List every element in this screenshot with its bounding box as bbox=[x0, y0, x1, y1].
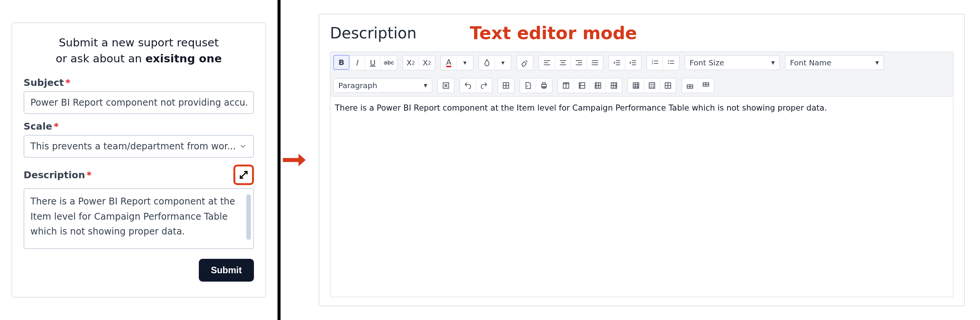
support-form-card: Submit a new suport requset or ask about… bbox=[11, 22, 266, 298]
table-merge-button[interactable] bbox=[628, 78, 644, 93]
ordered-list-button[interactable]: 12 bbox=[647, 56, 663, 70]
editor-content[interactable]: There is a Power BI Report component at … bbox=[330, 97, 953, 297]
fullscreen-button[interactable] bbox=[438, 78, 454, 93]
table-icon bbox=[502, 81, 510, 90]
undo-icon bbox=[464, 81, 472, 90]
heading-line2a: or ask about an bbox=[56, 52, 145, 65]
insert-pdf-button[interactable]: A bbox=[520, 78, 536, 93]
align-justify-button[interactable] bbox=[587, 56, 603, 70]
italic-button[interactable]: I bbox=[349, 56, 365, 70]
outdent-button[interactable] bbox=[625, 56, 641, 70]
print-icon bbox=[540, 81, 548, 90]
svg-rect-37 bbox=[542, 83, 545, 85]
insert-table-button[interactable] bbox=[498, 78, 514, 93]
align-left-button[interactable] bbox=[539, 56, 555, 70]
expand-editor-button[interactable] bbox=[234, 164, 254, 185]
svg-text:2: 2 bbox=[651, 62, 653, 65]
vertical-divider bbox=[277, 0, 280, 320]
table-row-icon bbox=[562, 81, 570, 90]
required-mark: * bbox=[87, 169, 92, 180]
required-mark: * bbox=[65, 77, 70, 88]
subject-input[interactable] bbox=[24, 91, 254, 114]
indent-button[interactable] bbox=[609, 56, 625, 70]
clear-format-button[interactable] bbox=[517, 56, 533, 70]
svg-point-26 bbox=[668, 63, 669, 64]
redo-icon bbox=[480, 81, 488, 90]
table-insert-col-right-button[interactable] bbox=[606, 78, 622, 93]
outdent-icon bbox=[629, 59, 637, 67]
eraser-icon bbox=[521, 59, 529, 67]
heading-line2b: exisitng one bbox=[145, 52, 222, 65]
align-center-icon bbox=[559, 59, 567, 67]
svg-rect-58 bbox=[649, 83, 655, 89]
superscript-button[interactable]: X2 bbox=[419, 56, 435, 70]
svg-marker-2 bbox=[298, 154, 305, 166]
table-insert-col-left-button[interactable] bbox=[590, 78, 606, 93]
insert-row-below-button[interactable] bbox=[698, 78, 714, 93]
table-col-left-icon bbox=[594, 81, 602, 90]
undo-button[interactable] bbox=[460, 78, 476, 93]
editor-card: Description Text editor mode B I U abc X… bbox=[318, 14, 965, 306]
table-split-button[interactable] bbox=[644, 78, 660, 93]
insert-row-above-button[interactable] bbox=[682, 78, 698, 93]
row-below-icon bbox=[702, 81, 710, 90]
fullscreen-icon bbox=[442, 81, 450, 90]
redo-button[interactable] bbox=[476, 78, 492, 93]
table-header-row-button[interactable] bbox=[558, 78, 574, 93]
description-label: Description * bbox=[24, 169, 92, 180]
list-ul-icon bbox=[667, 59, 675, 67]
drop-icon bbox=[483, 59, 491, 67]
arrow-right-icon bbox=[282, 149, 305, 171]
print-button[interactable] bbox=[536, 78, 552, 93]
heading-line1: Submit a new suport requset bbox=[59, 36, 219, 49]
align-right-button[interactable] bbox=[571, 56, 587, 70]
pdf-icon: A bbox=[524, 81, 532, 90]
unordered-list-button[interactable] bbox=[663, 56, 679, 70]
highlight-button[interactable] bbox=[479, 56, 495, 70]
scale-select[interactable]: This prevents a team/department from wor… bbox=[24, 135, 254, 158]
svg-rect-53 bbox=[633, 83, 639, 89]
form-heading: Submit a new suport requset or ask about… bbox=[24, 35, 254, 67]
editor-title: Description bbox=[330, 24, 417, 42]
editor-toolbar: B I U abc X2 X2 A ▼ ▼ bbox=[330, 52, 953, 97]
scrollbar-thumb[interactable] bbox=[246, 194, 251, 240]
table-delete-icon bbox=[664, 81, 672, 90]
description-textarea[interactable]: There is a Power BI Report component at … bbox=[24, 188, 254, 249]
align-center-button[interactable] bbox=[555, 56, 571, 70]
font-size-select[interactable]: Font Size ▼ bbox=[685, 56, 780, 70]
submit-button[interactable]: Submit bbox=[199, 259, 254, 282]
subscript-button[interactable]: X2 bbox=[403, 56, 419, 70]
svg-line-0 bbox=[240, 171, 247, 178]
table-merge-icon bbox=[632, 81, 640, 90]
align-right-icon bbox=[575, 59, 583, 67]
chevron-down-icon bbox=[239, 142, 247, 151]
svg-point-25 bbox=[668, 60, 669, 62]
font-name-select[interactable]: Font Name ▼ bbox=[785, 56, 884, 70]
row-above-icon bbox=[686, 81, 694, 90]
font-color-button[interactable]: A bbox=[441, 56, 457, 70]
align-left-icon bbox=[543, 59, 551, 67]
strikethrough-button[interactable]: abc bbox=[381, 56, 397, 70]
indent-icon bbox=[613, 59, 621, 67]
editor-mode-badge: Text editor mode bbox=[470, 23, 637, 43]
table-header-col-button[interactable] bbox=[574, 78, 590, 93]
expand-icon bbox=[238, 169, 249, 180]
paragraph-select[interactable]: Paragraph ▼ bbox=[333, 78, 432, 93]
required-mark: * bbox=[54, 121, 59, 132]
highlight-dropdown[interactable]: ▼ bbox=[495, 56, 511, 70]
table-split-icon bbox=[648, 81, 656, 90]
table-col-right-icon bbox=[610, 81, 618, 90]
table-delete-button[interactable] bbox=[660, 78, 676, 93]
subject-label: Subject * bbox=[24, 77, 254, 88]
align-justify-icon bbox=[591, 59, 599, 67]
bold-button[interactable]: B bbox=[333, 55, 349, 70]
font-color-dropdown[interactable]: ▼ bbox=[457, 56, 473, 70]
svg-text:A: A bbox=[527, 85, 528, 88]
list-ol-icon: 12 bbox=[651, 59, 659, 67]
underline-button[interactable]: U bbox=[365, 56, 381, 70]
scale-value: This prevents a team/department from wor… bbox=[30, 141, 236, 152]
table-col-icon bbox=[578, 81, 586, 90]
scale-label: Scale * bbox=[24, 121, 254, 132]
